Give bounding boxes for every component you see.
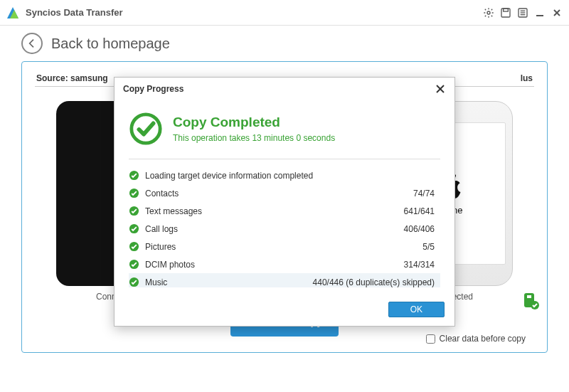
success-check-icon: [129, 112, 163, 146]
item-count: 74/74: [413, 189, 435, 198]
loading-line: Loading target device information comple…: [129, 166, 435, 184]
check-icon: [129, 241, 139, 252]
modal-overlay: Copy Progress Copy Completed This operat…: [0, 0, 569, 392]
progress-item: Music440/446 (6 duplicate(s) skipped): [129, 273, 440, 287]
item-name: Contacts: [145, 189, 413, 198]
check-icon: [129, 188, 139, 198]
svg-point-17: [132, 115, 160, 143]
dialog-title: Copy Progress: [123, 84, 435, 94]
progress-items-list[interactable]: Loading target device information comple…: [129, 166, 440, 287]
item-name: Music: [145, 277, 313, 287]
check-icon: [129, 223, 139, 234]
completed-heading: Copy Completed: [173, 115, 335, 130]
item-count: 314/314: [404, 260, 435, 270]
check-icon: [129, 277, 139, 287]
progress-item: DCIM photos314/314: [129, 255, 435, 273]
item-count: 641/641: [404, 206, 435, 216]
item-count: 440/446 (6 duplicate(s) skipped): [313, 277, 435, 287]
item-name: Text messages: [145, 206, 404, 216]
item-name: Pictures: [145, 242, 422, 252]
progress-item: Call logs406/406: [129, 220, 435, 238]
item-name: DCIM photos: [145, 260, 404, 270]
dialog-close-button[interactable]: [435, 83, 446, 95]
completed-subtext: This operation takes 13 minutes 0 second…: [173, 133, 335, 143]
progress-item: Text messages641/641: [129, 202, 435, 220]
ok-button[interactable]: OK: [388, 302, 445, 317]
item-count: 406/406: [404, 224, 435, 234]
progress-item: Contacts74/74: [129, 184, 435, 202]
check-icon: [129, 206, 139, 216]
check-icon: [129, 259, 139, 270]
check-icon: [129, 170, 139, 181]
copy-progress-dialog: Copy Progress Copy Completed This operat…: [114, 77, 455, 327]
item-name: Call logs: [145, 224, 404, 234]
progress-item: Pictures5/5: [129, 238, 435, 255]
item-count: 5/5: [422, 242, 435, 252]
